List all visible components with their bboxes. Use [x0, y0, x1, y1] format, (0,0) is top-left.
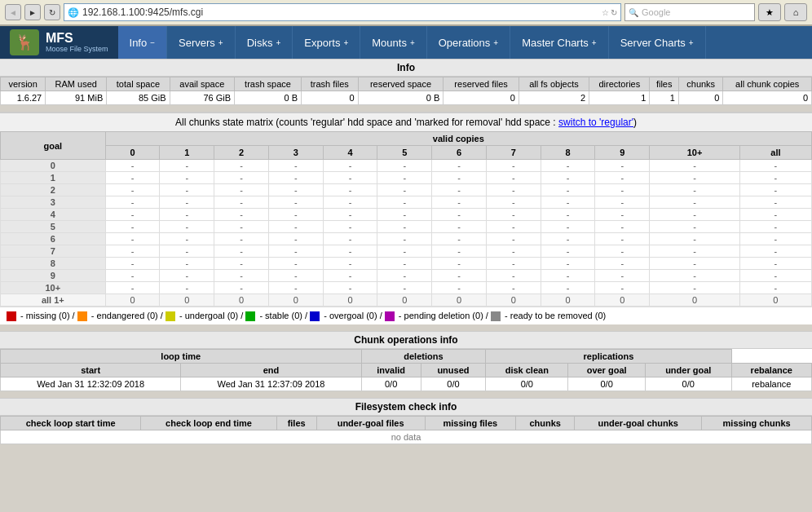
matrix-cell: - [432, 172, 487, 184]
tab-master-charts-arrow: + [592, 38, 597, 47]
ops-disk-clean-header: disk clean [486, 364, 568, 377]
matrix-cell: - [268, 233, 323, 245]
matrix-cell: 0 [541, 294, 595, 307]
ops-invalid-header: invalid [361, 364, 421, 377]
matrix-cell: - [377, 258, 432, 270]
fs-no-data: no data [1, 430, 812, 444]
matrix-cell: - [432, 233, 487, 245]
fs-table: check loop start time check loop end tim… [0, 416, 812, 444]
matrix-cell: - [595, 258, 650, 270]
col-avail: avail space [170, 77, 235, 91]
matrix-cell: - [323, 245, 377, 258]
col-chunks: chunks [678, 77, 723, 91]
matrix-cell: - [650, 245, 740, 258]
matrix-cell: 0 [739, 294, 811, 307]
fs-col-files: files [276, 417, 316, 430]
matrix-row-label: 2 [1, 184, 106, 196]
val-reserved-space: 0 B [358, 91, 444, 105]
col-dirs: directories [589, 77, 650, 91]
forward-button[interactable]: ► [24, 4, 41, 20]
matrix-row: all 1+000000000000 [1, 294, 812, 307]
home-button[interactable]: ⌂ [784, 3, 807, 21]
address-bar[interactable]: 🌐 192.168.1.100:9425/mfs.cgi ☆ ↻ [64, 3, 621, 21]
back-button[interactable]: ◄ [5, 4, 21, 20]
tab-operations[interactable]: Operations + [427, 26, 510, 59]
col-h-all: all [739, 146, 811, 160]
matrix-cell: - [377, 172, 432, 184]
matrix-row: 7------------ [1, 245, 812, 258]
chunk-ops-header: Chunk operations info [0, 331, 812, 349]
matrix-table: goal valid copies 0 1 2 3 4 5 6 7 8 9 10… [0, 131, 812, 307]
matrix-cell: - [595, 270, 650, 282]
ops-table: loop time deletions replications start e… [0, 349, 812, 391]
matrix-cell: - [268, 282, 323, 294]
matrix-row-label: 5 [1, 221, 106, 233]
val-trash-space: 0 B [235, 91, 302, 105]
col-trash-files: trash files [301, 77, 358, 91]
matrix-cell: - [323, 270, 377, 282]
logo-icon: 🦌 [10, 29, 39, 55]
matrix-cell: - [268, 258, 323, 270]
matrix-cell: - [105, 270, 160, 282]
matrix-cell: 0 [214, 294, 269, 307]
matrix-row-label: 3 [1, 196, 106, 209]
matrix-valid-copies-row: goal valid copies [1, 132, 812, 146]
matrix-row: 4------------ [1, 209, 812, 221]
matrix-cell: 0 [650, 294, 740, 307]
matrix-cell: - [541, 233, 595, 245]
matrix-cell: - [541, 172, 595, 184]
matrix-cell: - [268, 221, 323, 233]
matrix-header-text: All chunks state matrix (counts 'regular… [175, 117, 556, 128]
matrix-switch-link[interactable]: switch to 'regular' [558, 117, 633, 128]
matrix-cell: - [486, 282, 541, 294]
matrix-cell: - [541, 160, 595, 172]
tab-servers[interactable]: Servers + [167, 26, 236, 59]
matrix-cell: - [486, 270, 541, 282]
legend-missing-icon [7, 311, 16, 321]
info-table: version RAM used total space avail space… [0, 77, 812, 105]
matrix-cell: - [377, 196, 432, 209]
main-content: Info version RAM used total space avail … [0, 59, 812, 444]
tab-info[interactable]: Info − [118, 26, 168, 59]
matrix-cell: - [323, 233, 377, 245]
fs-col-start: check loop start time [1, 417, 141, 430]
matrix-cell: - [268, 184, 323, 196]
fs-check-header: Filesystem check info [0, 398, 812, 416]
browser-chrome: ◄ ► ↻ 🌐 192.168.1.100:9425/mfs.cgi ☆ ↻ 🔍… [0, 0, 812, 26]
matrix-cell: - [105, 196, 160, 209]
search-bar[interactable]: 🔍 Google [624, 3, 755, 21]
fs-header-row: check loop start time check loop end tim… [1, 417, 812, 430]
matrix-cell: - [541, 209, 595, 221]
tab-mounts[interactable]: Mounts + [360, 26, 426, 59]
tab-master-charts[interactable]: Master Charts + [510, 26, 608, 59]
fs-col-missing-files: missing files [425, 417, 516, 430]
matrix-cell: - [377, 209, 432, 221]
fs-col-undergoal-files: under-goal files [316, 417, 425, 430]
legend-endangered-icon [77, 311, 87, 321]
tab-server-charts[interactable]: Server Charts + [609, 26, 706, 59]
matrix-cell: - [105, 258, 160, 270]
col-h-8: 8 [541, 146, 595, 160]
legend-pending-icon [385, 311, 395, 321]
matrix-cell: - [486, 233, 541, 245]
refresh-button[interactable]: ↻ [44, 4, 60, 20]
matrix-cell: - [650, 221, 740, 233]
matrix-cell: - [105, 209, 160, 221]
col-h-2: 2 [214, 146, 269, 160]
matrix-row-label: 4 [1, 209, 106, 221]
tab-exports[interactable]: Exports + [293, 26, 360, 59]
gap-3 [0, 391, 812, 398]
tab-disks[interactable]: Disks + [236, 26, 293, 59]
ops-end-header: end [181, 364, 361, 377]
col-ram: RAM used [46, 77, 107, 91]
ops-unused-header: unused [421, 364, 486, 377]
col-version: version [1, 77, 46, 91]
matrix-cell: - [160, 221, 214, 233]
tab-disks-arrow: + [276, 38, 280, 47]
legend-undergoal-icon [165, 311, 175, 321]
bookmarks-button[interactable]: ★ [758, 3, 781, 21]
fs-col-end: check loop end time [141, 417, 276, 430]
tab-mounts-arrow: + [410, 38, 415, 47]
matrix-header: All chunks state matrix (counts 'regular… [0, 112, 812, 131]
matrix-row-label: all 1+ [1, 294, 106, 307]
